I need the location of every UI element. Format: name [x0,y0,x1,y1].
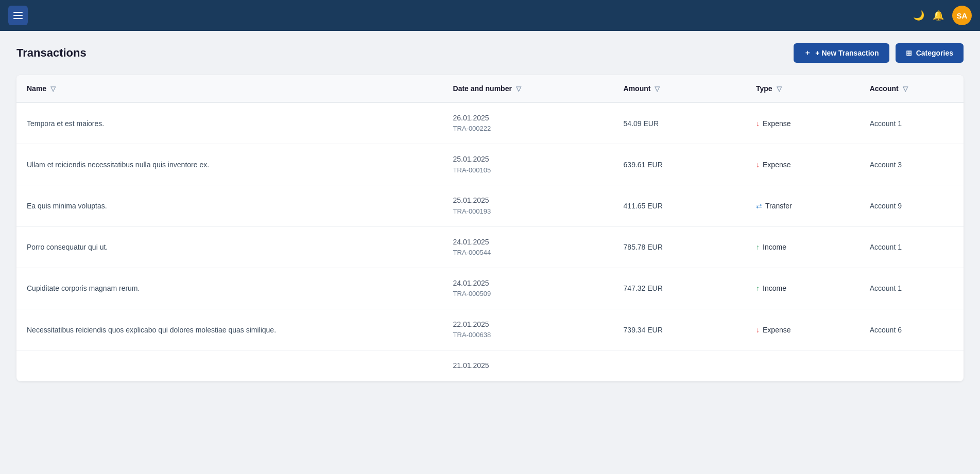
page-header: Transactions ＋ + New Transaction ⊞ Categ… [16,43,964,63]
categories-label: Categories [916,49,953,57]
income-icon: ↑ [756,243,760,251]
cell-number: TRA-000638 [453,330,603,341]
cell-name: Ullam et reiciendis necessitatibus nulla… [16,144,443,185]
amount-filter-icon[interactable]: ▽ [655,85,660,93]
type-label: Income [763,284,786,292]
cell-date: 25.01.2025 [453,195,603,206]
cell-type: ↓Expense [746,144,859,185]
col-date-label: Date and number [453,84,512,93]
plus-icon: ＋ [804,48,811,58]
cell-date-number: 25.01.2025TRA-000105 [443,144,613,185]
type-label: Expense [763,326,790,334]
type-label: Expense [763,161,790,169]
cell-date: 24.01.2025 [453,236,603,248]
transactions-table-container: Name ▽ Date and number ▽ Amount ▽ [16,75,964,381]
cell-account: Account 3 [859,144,964,185]
cell-date-number: 25.01.2025TRA-000193 [443,185,613,226]
cell-type: ↑Income [746,226,859,268]
table-header: Name ▽ Date and number ▽ Amount ▽ [16,75,964,102]
cell-name: Cupiditate corporis magnam rerum. [16,268,443,309]
cell-amount: 785.78 EUR [613,226,746,268]
cell-name: Porro consequatur qui ut. [16,226,443,268]
cell-amount [613,350,746,381]
new-transaction-button[interactable]: ＋ + New Transaction [794,43,889,63]
cell-amount: 411.65 EUR [613,185,746,226]
table-row[interactable]: Cupiditate corporis magnam rerum.24.01.2… [16,268,964,309]
cell-account [859,350,964,381]
cell-date: 22.01.2025 [453,319,603,330]
cell-name: Ea quis minima voluptas. [16,185,443,226]
col-header-date-number: Date and number ▽ [443,75,613,102]
cell-number: TRA-000193 [453,206,603,217]
cell-number: TRA-000544 [453,248,603,258]
notifications-button[interactable]: 🔔 [933,10,944,21]
header-actions: ＋ + New Transaction ⊞ Categories [794,43,964,63]
expense-icon: ↓ [756,326,760,334]
table-row[interactable]: Ullam et reiciendis necessitatibus nulla… [16,144,964,185]
cell-amount: 639.61 EUR [613,144,746,185]
cell-date-number: 22.01.2025TRA-000638 [443,309,613,350]
cell-account: Account 6 [859,309,964,350]
page-content: Transactions ＋ + New Transaction ⊞ Categ… [0,31,980,394]
name-filter-icon[interactable]: ▽ [50,85,56,93]
top-navigation: 🌙 🔔 SA [0,0,980,31]
transfer-icon: ⇄ [756,202,762,210]
hamburger-line-2 [13,15,23,16]
cell-amount: 739.34 EUR [613,309,746,350]
cell-type: ↓Expense [746,309,859,350]
type-label: Expense [763,119,790,128]
expense-icon: ↓ [756,119,760,128]
table-row[interactable]: Ea quis minima voluptas.25.01.2025TRA-00… [16,185,964,226]
cell-account: Account 1 [859,102,964,144]
income-icon: ↑ [756,284,760,292]
expense-icon: ↓ [756,161,760,169]
dark-mode-button[interactable]: 🌙 [913,10,924,21]
table-row[interactable]: 21.01.2025 [16,350,964,381]
cell-name: Tempora et est maiores. [16,102,443,144]
cell-type: ⇄Transfer [746,185,859,226]
cell-date: 21.01.2025 [453,360,603,371]
new-transaction-label: + New Transaction [815,49,879,57]
cell-date: 25.01.2025 [453,153,603,165]
col-type-label: Type [756,84,772,93]
table-body: Tempora et est maiores.26.01.2025TRA-000… [16,102,964,381]
cell-number: TRA-000509 [453,289,603,300]
hamburger-line-1 [13,12,23,13]
col-name-label: Name [27,84,46,93]
cell-date-number: 21.01.2025 [443,350,613,381]
table-row[interactable]: Tempora et est maiores.26.01.2025TRA-000… [16,102,964,144]
table-row[interactable]: Necessitatibus reiciendis quos explicabo… [16,309,964,350]
col-header-name: Name ▽ [16,75,443,102]
page-title: Transactions [16,46,87,60]
cell-date: 26.01.2025 [453,112,603,124]
col-account-label: Account [870,84,899,93]
cell-account: Account 9 [859,185,964,226]
table-row[interactable]: Porro consequatur qui ut.24.01.2025TRA-0… [16,226,964,268]
cell-account: Account 1 [859,226,964,268]
categories-button[interactable]: ⊞ Categories [896,43,964,63]
type-filter-icon[interactable]: ▽ [777,85,782,93]
col-header-account: Account ▽ [859,75,964,102]
hamburger-line-3 [13,18,23,19]
type-label: Income [763,243,786,251]
col-header-amount: Amount ▽ [613,75,746,102]
cell-date-number: 24.01.2025TRA-000544 [443,226,613,268]
cell-date-number: 26.01.2025TRA-000222 [443,102,613,144]
header-row: Name ▽ Date and number ▽ Amount ▽ [16,75,964,102]
cell-number: TRA-000222 [453,124,603,134]
cell-type: ↑Income [746,268,859,309]
cell-type [746,350,859,381]
type-label: Transfer [765,202,792,210]
account-filter-icon[interactable]: ▽ [903,85,908,93]
date-filter-icon[interactable]: ▽ [516,85,521,93]
cell-number: TRA-000105 [453,165,603,176]
nav-left [8,6,28,25]
categories-icon: ⊞ [906,49,912,57]
cell-type: ↓Expense [746,102,859,144]
cell-name: Necessitatibus reiciendis quos explicabo… [16,309,443,350]
transactions-table: Name ▽ Date and number ▽ Amount ▽ [16,75,964,381]
cell-date-number: 24.01.2025TRA-000509 [443,268,613,309]
user-avatar[interactable]: SA [952,6,972,25]
cell-amount: 54.09 EUR [613,102,746,144]
hamburger-button[interactable] [8,6,28,25]
